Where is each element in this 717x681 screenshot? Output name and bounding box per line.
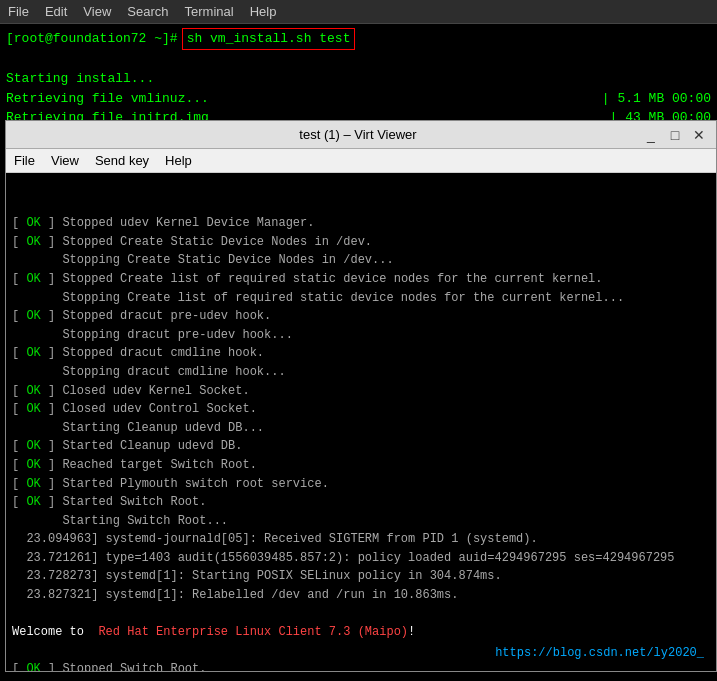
outer-menu-edit[interactable]: Edit — [45, 4, 67, 19]
virt-menu-view[interactable]: View — [51, 153, 79, 168]
virt-line-ok-8: [ OK ] Stopped dracut cmdline hook. — [12, 344, 710, 363]
virt-line-22 — [12, 605, 710, 624]
prompt-line: [root@foundation72 ~]# sh vm_install.sh … — [6, 28, 711, 50]
outer-terminal: File Edit View Search Terminal Help [roo… — [0, 0, 717, 681]
virt-title: test (1) – Virt Viewer — [74, 127, 642, 142]
virt-line-19: 23.721261] type=1403 audit(1556039485.85… — [12, 549, 710, 568]
blank-line-1 — [6, 50, 711, 70]
minimize-button[interactable]: _ — [642, 127, 660, 143]
command-box: sh vm_install.sh test — [182, 28, 356, 50]
vmlinuz-text: Retrieving file vmlinuz... — [6, 89, 209, 109]
virt-line-5: Stopping Create list of required static … — [12, 289, 710, 308]
virt-line-ok-2: [ OK ] Stopped Create Static Device Node… — [12, 233, 710, 252]
outer-content: [root@foundation72 ~]# sh vm_install.sh … — [0, 24, 717, 132]
virt-line-17: Starting Switch Root... — [12, 512, 710, 531]
prompt-text: [root@foundation72 ~]# — [6, 29, 178, 49]
outer-menu-file[interactable]: File — [8, 4, 29, 19]
virt-line-ok-4: [ OK ] Stopped Create list of required s… — [12, 270, 710, 289]
virt-line-21: 23.827321] systemd[1]: Relabelled /dev a… — [12, 586, 710, 605]
virt-line-20: 23.728273] systemd[1]: Starting POSIX SE… — [12, 567, 710, 586]
virt-line-ok-10: [ OK ] Closed udev Kernel Socket. — [12, 382, 710, 401]
virt-welcome-line: Welcome to Red Hat Enterprise Linux Clie… — [12, 623, 710, 642]
close-button[interactable]: ✕ — [690, 127, 708, 143]
watermark: https://blog.csdn.net/ly2020_ — [495, 644, 704, 663]
maximize-button[interactable]: □ — [666, 127, 684, 143]
outer-menu-help[interactable]: Help — [250, 4, 277, 19]
virt-menu-help[interactable]: Help — [165, 153, 192, 168]
outer-menubar: File Edit View Search Terminal Help — [0, 0, 717, 24]
outer-menu-terminal[interactable]: Terminal — [185, 4, 234, 19]
virt-menubar: File View Send key Help — [6, 149, 716, 173]
virt-menu-sendkey[interactable]: Send key — [95, 153, 149, 168]
vmlinuz-line: Retrieving file vmlinuz... | 5.1 MB 00:0… — [6, 89, 711, 109]
virt-line-3: Stopping Create Static Device Nodes in /… — [12, 251, 710, 270]
virt-line-ok-15: [ OK ] Started Plymouth switch root serv… — [12, 475, 710, 494]
rhel-name: Red Hat Enterprise Linux Client 7.3 (Mai… — [98, 625, 408, 639]
starting-install-line: Starting install... — [6, 69, 711, 89]
virt-line-12: Starting Cleanup udevd DB... — [12, 419, 710, 438]
virt-menu-file[interactable]: File — [14, 153, 35, 168]
virt-line-ok-6: [ OK ] Stopped dracut pre-udev hook. — [12, 307, 710, 326]
virt-line-ok-13: [ OK ] Started Cleanup udevd DB. — [12, 437, 710, 456]
virt-line-0 — [12, 177, 710, 196]
outer-menu-view[interactable]: View — [83, 4, 111, 19]
virt-line-1 — [12, 196, 710, 215]
virt-line-ok-14: [ OK ] Reached target Switch Root. — [12, 456, 710, 475]
virt-line-7: Stopping dracut pre-udev hook... — [12, 326, 710, 345]
virt-line-ok-11: [ OK ] Closed udev Control Socket. — [12, 400, 710, 419]
virt-line-9: Stopping dracut cmdline hook... — [12, 363, 710, 382]
virt-line-ok-16: [ OK ] Started Switch Root. — [12, 493, 710, 512]
virt-line-ok-1: [ OK ] Stopped udev Kernel Device Manage… — [12, 214, 710, 233]
vmlinuz-size: | 5.1 MB 00:00 — [602, 89, 711, 109]
virt-line-18: 23.094963] systemd-journald[05]: Receive… — [12, 530, 710, 549]
virt-titlebar: test (1) – Virt Viewer _ □ ✕ — [6, 121, 716, 149]
virt-viewer-window: test (1) – Virt Viewer _ □ ✕ File View S… — [5, 120, 717, 672]
virt-title-buttons: _ □ ✕ — [642, 127, 708, 143]
virt-content: [ OK ] Stopped udev Kernel Device Manage… — [6, 173, 716, 671]
outer-menu-search[interactable]: Search — [127, 4, 168, 19]
